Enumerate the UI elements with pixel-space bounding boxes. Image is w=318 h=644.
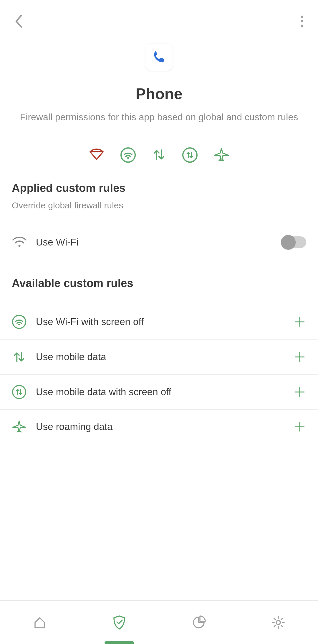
wifi-screen-off-icon xyxy=(12,314,26,329)
mobile-data-screen-off-icon[interactable] xyxy=(182,147,198,164)
more-menu-button[interactable] xyxy=(300,15,304,29)
applied-rules-title: Applied custom rules xyxy=(0,182,318,195)
pie-chart-icon xyxy=(192,615,206,630)
chevron-left-icon xyxy=(14,15,23,28)
app-header: Phone Firewall permissions for this app … xyxy=(0,38,318,135)
app-icon xyxy=(145,44,173,71)
svg-line-24 xyxy=(274,618,275,620)
gear-icon xyxy=(271,615,285,630)
plus-icon xyxy=(294,386,306,398)
app-subtitle: Firewall permissions for this app based … xyxy=(20,111,298,123)
svg-point-7 xyxy=(19,245,21,247)
add-rule-button[interactable] xyxy=(293,420,306,433)
svg-point-2 xyxy=(301,25,303,27)
mobile-data-icon[interactable] xyxy=(151,147,167,164)
svg-point-14 xyxy=(13,386,26,398)
svg-line-26 xyxy=(274,625,275,627)
add-rule-button[interactable] xyxy=(293,315,306,328)
rule-label: Use mobile data xyxy=(36,351,293,363)
more-vertical-icon xyxy=(300,15,304,28)
mobile-data-screen-off-icon xyxy=(12,385,26,399)
nav-shield[interactable] xyxy=(110,614,128,631)
svg-point-6 xyxy=(183,148,197,162)
app-title: Phone xyxy=(136,85,183,103)
plus-icon xyxy=(294,351,306,363)
mobile-data-icon xyxy=(12,350,26,364)
shield-check-icon xyxy=(112,615,126,630)
applied-rules-subtitle: Override global firewall rules xyxy=(0,200,318,210)
nav-active-indicator xyxy=(105,641,134,644)
available-rule-mobile-data-screen-off[interactable]: Use mobile data with screen off xyxy=(0,375,318,410)
permission-status-row xyxy=(0,135,318,182)
available-rule-wifi-screen-off[interactable]: Use Wi-Fi with screen off xyxy=(0,304,318,340)
svg-point-5 xyxy=(127,157,129,159)
plus-icon xyxy=(294,316,306,328)
home-icon xyxy=(33,615,47,630)
rule-label: Use mobile data with screen off xyxy=(36,386,293,398)
available-rule-mobile-data[interactable]: Use mobile data xyxy=(0,340,318,375)
phone-app-icon xyxy=(151,49,167,65)
add-rule-button[interactable] xyxy=(293,350,306,363)
wifi-screen-off-icon[interactable] xyxy=(120,147,136,164)
nav-home[interactable] xyxy=(31,614,49,631)
nav-settings[interactable] xyxy=(269,614,287,631)
rule-label: Use roaming data xyxy=(36,421,293,432)
back-button[interactable] xyxy=(14,15,23,29)
wifi-blocked-icon[interactable] xyxy=(88,147,105,164)
nav-stats[interactable] xyxy=(190,614,208,631)
roaming-icon[interactable] xyxy=(213,147,230,164)
svg-line-27 xyxy=(281,618,282,620)
svg-point-19 xyxy=(276,620,280,625)
rule-label: Use Wi-Fi xyxy=(36,237,282,248)
roaming-icon xyxy=(12,420,26,434)
plus-icon xyxy=(294,421,306,433)
rule-label: Use Wi-Fi with screen off xyxy=(36,316,293,327)
svg-point-9 xyxy=(18,324,20,326)
wifi-icon xyxy=(12,236,27,249)
svg-line-25 xyxy=(281,625,282,627)
bottom-nav xyxy=(0,600,318,644)
svg-point-0 xyxy=(301,16,303,18)
available-rule-roaming[interactable]: Use roaming data xyxy=(0,410,318,444)
wifi-toggle[interactable] xyxy=(282,236,306,248)
add-rule-button[interactable] xyxy=(293,386,306,398)
available-rules-title: Available custom rules xyxy=(0,277,318,290)
svg-point-1 xyxy=(301,20,303,22)
applied-rule-wifi[interactable]: Use Wi-Fi xyxy=(0,225,318,259)
